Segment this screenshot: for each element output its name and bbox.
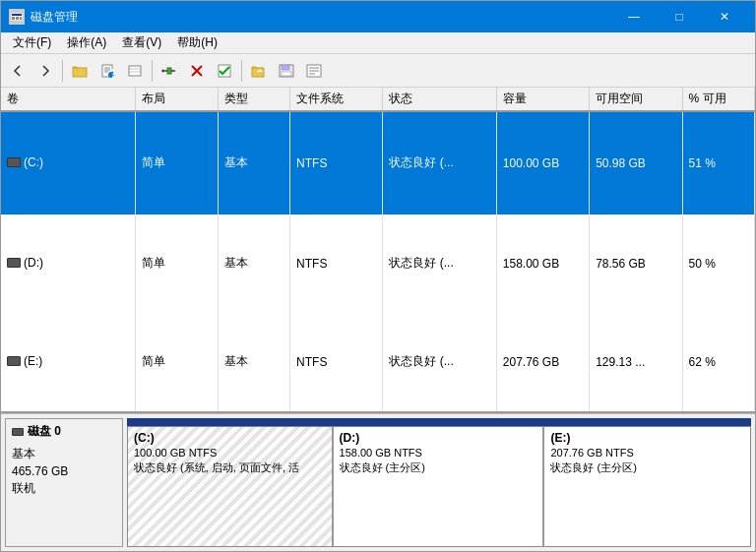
menu-help[interactable]: 帮助(H) [169,32,225,53]
table-row[interactable]: (C:)简单基本NTFS状态良好 (...100.00 GB50.98 GB51… [1,111,755,215]
disk-icon [12,428,24,436]
partition-size: 158.00 GB NTFS [340,447,537,459]
disk-type: 基本 [12,446,116,462]
toolbar-sep-1 [62,60,63,82]
svg-rect-22 [252,68,264,77]
cell-free: 129.13 ... [590,313,682,411]
svg-rect-4 [20,17,22,20]
connect-button[interactable] [157,58,182,84]
open-folder-button[interactable] [246,58,272,84]
disk-partitions-container: (C:)100.00 GB NTFS状态良好 (系统, 启动, 页面文件, 活(… [127,418,751,547]
svg-rect-16 [167,68,171,74]
partition-letter: (E:) [550,431,744,445]
col-header-pct[interactable]: % 可用 [682,88,754,111]
partition-block[interactable]: (C:)100.00 GB NTFS状态良好 (系统, 启动, 页面文件, 活 [128,427,334,546]
col-header-free[interactable]: 可用空间 [590,88,682,111]
cell-volume: (E:) [1,313,135,411]
cell-capacity: 100.00 GB [496,111,589,215]
cell-layout: 简单 [135,215,218,313]
table-row[interactable]: (E:)简单基本NTFS状态良好 (...207.76 GB129.13 ...… [1,313,755,411]
help-button[interactable]: ? [94,58,120,84]
col-header-volume[interactable]: 卷 [1,88,135,111]
svg-rect-5 [73,68,87,77]
cell-pct: 50 % [682,215,754,313]
partition-size: 207.76 GB NTFS [550,447,744,459]
cell-pct: 62 % [682,313,754,411]
disk-size: 465.76 GB [12,464,116,478]
col-header-status[interactable]: 状态 [383,88,496,111]
window-title: 磁盘管理 [31,9,611,26]
forward-button[interactable] [32,58,58,84]
menu-view[interactable]: 查看(V) [114,32,169,53]
disk-status: 联机 [12,480,116,497]
svg-rect-25 [282,72,291,76]
col-header-type[interactable]: 类型 [218,88,289,111]
color-bar-segment [127,418,333,426]
menu-action[interactable]: 操作(A) [59,32,114,53]
cell-volume: (C:) [1,111,135,215]
color-bar-segment [333,418,545,426]
cell-status: 状态良好 (... [383,111,496,215]
title-bar: 磁盘管理 — □ ✕ [1,1,755,32]
cell-fs: NTFS [290,313,383,411]
disk-info-header: 磁盘 0 [12,423,116,440]
partition-block[interactable]: (E:)207.76 GB NTFS状态良好 (主分区) [544,427,750,546]
svg-rect-2 [12,17,15,20]
menu-file[interactable]: 文件(F) [5,32,59,53]
disk-number-label: 磁盘 0 [28,423,61,440]
svg-rect-3 [16,17,19,20]
toolbar-sep-3 [241,60,242,82]
table-row[interactable]: (D:)简单基本NTFS状态良好 (...158.00 GB78.56 GB50… [1,215,755,313]
main-content: 卷 布局 类型 文件系统 状态 容量 可用空间 % 可用 (C:)简单基本NTF… [1,88,755,551]
partition-block[interactable]: (D:)158.00 GB NTFS状态良好 (主分区) [334,427,545,546]
col-header-fs[interactable]: 文件系统 [290,88,383,111]
toolbar: ? [1,54,755,88]
toolbar-sep-2 [152,60,153,82]
cell-layout: 简单 [135,313,218,411]
cell-type: 基本 [218,111,289,215]
cell-layout: 简单 [135,111,218,215]
cell-status: 状态良好 (... [383,313,496,411]
view-button[interactable] [122,58,148,84]
cell-pct: 51 % [682,111,754,215]
folder-button[interactable] [67,58,93,84]
cell-free: 50.98 GB [590,111,682,215]
back-button[interactable] [5,58,31,84]
close-button[interactable]: ✕ [702,1,747,32]
color-bar-segment [545,418,751,426]
delete-button[interactable] [184,58,210,84]
window-icon [9,9,25,25]
check-button[interactable] [212,58,237,84]
volume-table: 卷 布局 类型 文件系统 状态 容量 可用空间 % 可用 (C:)简单基本NTF… [1,88,755,411]
cell-volume: (D:) [1,215,135,313]
svg-rect-12 [129,66,141,76]
cell-type: 基本 [218,215,289,313]
col-header-layout[interactable]: 布局 [135,88,218,111]
cell-type: 基本 [218,313,289,411]
properties-button[interactable] [301,58,327,84]
partition-status: 状态良好 (系统, 启动, 页面文件, 活 [134,460,326,475]
cell-free: 78.56 GB [590,215,682,313]
cell-fs: NTFS [290,111,383,215]
window-controls: — □ ✕ [611,1,747,32]
cell-capacity: 158.00 GB [496,215,589,313]
volume-table-panel: 卷 布局 类型 文件系统 状态 容量 可用空间 % 可用 (C:)简单基本NTF… [1,88,755,413]
disk-color-bar [127,418,751,426]
partition-status: 状态良好 (主分区) [550,460,744,475]
col-header-capacity[interactable]: 容量 [496,88,589,111]
svg-text:?: ? [110,67,115,78]
partition-size: 100.00 GB NTFS [134,447,326,459]
svg-marker-18 [161,69,163,73]
cell-fs: NTFS [290,215,383,313]
maximize-button[interactable]: □ [657,1,702,32]
menu-bar: 文件(F) 操作(A) 查看(V) 帮助(H) [1,32,755,54]
disk-info: 磁盘 0 基本 465.76 GB 联机 [5,418,123,547]
disk-partitions: (C:)100.00 GB NTFS状态良好 (系统, 启动, 页面文件, 活(… [127,426,751,547]
partition-status: 状态良好 (主分区) [340,460,537,475]
partition-letter: (C:) [134,431,326,445]
save-button[interactable] [274,58,299,84]
main-window: 磁盘管理 — □ ✕ 文件(F) 操作(A) 查看(V) 帮助(H) [0,0,756,552]
svg-rect-24 [282,65,289,70]
cell-status: 状态良好 (... [383,215,496,313]
minimize-button[interactable]: — [611,1,657,32]
